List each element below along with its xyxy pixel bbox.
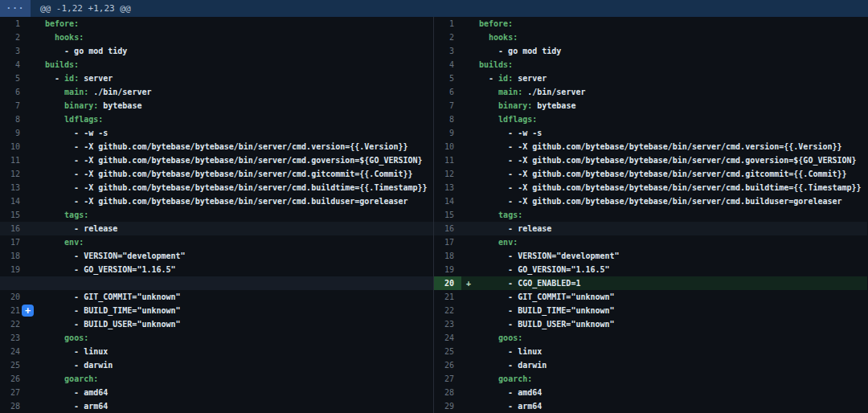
add-comment-button[interactable]: +: [22, 305, 34, 317]
diff-marker: [27, 208, 45, 222]
line-number[interactable]: 27: [0, 386, 27, 399]
line-number[interactable]: 7: [434, 99, 461, 112]
line-number[interactable]: 10: [0, 140, 27, 153]
diff-row: 11 - -X github.com/bytebase/bytebase/bin…: [434, 153, 867, 167]
line-number[interactable]: 25: [434, 345, 461, 358]
yaml-key: id:: [64, 74, 79, 83]
line-number[interactable]: 2: [0, 31, 27, 44]
line-number[interactable]: 6: [434, 85, 461, 99]
line-number[interactable]: 21: [434, 290, 461, 304]
diff-row: 17 env:: [0, 235, 433, 249]
line-number[interactable]: 11: [0, 153, 27, 167]
yaml-key: id:: [498, 74, 513, 83]
code-text: - -X github.com/bytebase/bytebase/bin/se…: [45, 197, 408, 206]
line-number[interactable]: 14: [434, 194, 461, 208]
line-number[interactable]: 7: [0, 99, 27, 112]
line-number[interactable]: 10: [434, 140, 461, 153]
diff-row: 21 - BUILD_TIME="unknown"+: [0, 304, 433, 317]
line-number[interactable]: 9: [0, 126, 27, 140]
line-number[interactable]: 24: [0, 345, 27, 358]
line-number[interactable]: 13: [0, 181, 27, 194]
code-line: - -X github.com/bytebase/bytebase/bin/se…: [45, 194, 433, 208]
diff-marker: [461, 345, 479, 358]
line-number[interactable]: 17: [434, 235, 461, 249]
code-text: [479, 115, 498, 124]
line-number[interactable]: 26: [434, 358, 461, 372]
line-number[interactable]: 18: [0, 249, 27, 263]
line-number[interactable]: 5: [0, 72, 27, 85]
code-text: [45, 88, 64, 96]
diff-marker: [461, 99, 479, 112]
line-number[interactable]: 19: [0, 263, 27, 276]
diff-marker: [461, 72, 479, 85]
line-number[interactable]: 3: [0, 44, 27, 58]
diff-row: 11 - -X github.com/bytebase/bytebase/bin…: [0, 153, 433, 167]
line-number[interactable]: 9: [434, 126, 461, 140]
expand-hunk-button[interactable]: ···: [0, 0, 31, 17]
line-number[interactable]: 11: [434, 153, 461, 167]
line-number[interactable]: 12: [0, 167, 27, 181]
diff-row: 5 - id: server: [434, 72, 867, 85]
line-number[interactable]: 28: [434, 386, 461, 399]
line-number[interactable]: 28: [0, 399, 27, 413]
line-number[interactable]: 1: [434, 17, 461, 31]
line-number[interactable]: 8: [0, 112, 27, 126]
line-number[interactable]: 12: [434, 167, 461, 181]
line-number[interactable]: 8: [434, 112, 461, 126]
line-number[interactable]: 26: [0, 372, 27, 386]
line-number[interactable]: 16: [0, 222, 27, 235]
line-number[interactable]: 22: [0, 317, 27, 331]
code-line: - amd64: [479, 386, 867, 399]
line-number[interactable]: 22: [434, 304, 461, 317]
diff-marker: [27, 372, 45, 386]
diff-marker: [461, 263, 479, 276]
line-number[interactable]: 20: [434, 276, 461, 290]
code-text: - -w -s: [45, 129, 108, 137]
line-number[interactable]: 27: [434, 372, 461, 386]
code-line: - -X github.com/bytebase/bytebase/bin/se…: [479, 153, 867, 167]
diff-row: 12 - -X github.com/bytebase/bytebase/bin…: [0, 167, 433, 181]
line-number[interactable]: 6: [0, 85, 27, 99]
code-line: - BUILD_TIME="unknown": [479, 304, 867, 317]
line-number[interactable]: 5: [434, 72, 461, 85]
line-number[interactable]: 17: [0, 235, 27, 249]
diff-marker: [27, 290, 45, 304]
code-line: main: ./bin/server: [45, 85, 433, 99]
line-number[interactable]: 25: [0, 358, 27, 372]
yaml-key: goarch:: [64, 374, 98, 383]
code-line: tags:: [479, 208, 867, 222]
code-text: - linux: [45, 347, 108, 356]
line-number[interactable]: 18: [434, 249, 461, 263]
code-line: - -X github.com/bytebase/bytebase/bin/se…: [479, 194, 867, 208]
diff-row: 6 main: ./bin/server: [0, 85, 433, 99]
code-line: - amd64: [45, 386, 433, 399]
code-text: - BUILD_USER="unknown": [45, 320, 181, 329]
line-number[interactable]: 14: [0, 194, 27, 208]
diff-row: 5 - id: server: [0, 72, 433, 85]
diff-row: 2 hooks:: [434, 31, 867, 44]
code-line: goos:: [45, 331, 433, 345]
line-number[interactable]: 1: [0, 17, 27, 31]
line-number[interactable]: 16: [434, 222, 461, 235]
code-line: - arm64: [45, 399, 433, 413]
line-number[interactable]: 29: [434, 399, 461, 413]
line-number[interactable]: 13: [434, 181, 461, 194]
yaml-key: builds:: [479, 60, 513, 69]
line-number[interactable]: 19: [434, 263, 461, 276]
line-number[interactable]: 24: [434, 331, 461, 345]
diff-row: 1before:: [0, 17, 433, 31]
code-text: - arm64: [45, 402, 108, 411]
line-number[interactable]: 4: [434, 58, 461, 72]
code-text: [479, 211, 498, 219]
code-text: [45, 374, 64, 383]
line-number[interactable]: 15: [434, 208, 461, 222]
line-number[interactable]: 20: [0, 290, 27, 304]
diff-marker: [461, 208, 479, 222]
code-text: ./bin/server: [88, 88, 151, 96]
line-number[interactable]: 4: [0, 58, 27, 72]
line-number[interactable]: 23: [0, 331, 27, 345]
line-number[interactable]: 2: [434, 31, 461, 44]
line-number[interactable]: 15: [0, 208, 27, 222]
line-number[interactable]: 23: [434, 317, 461, 331]
line-number[interactable]: 3: [434, 44, 461, 58]
